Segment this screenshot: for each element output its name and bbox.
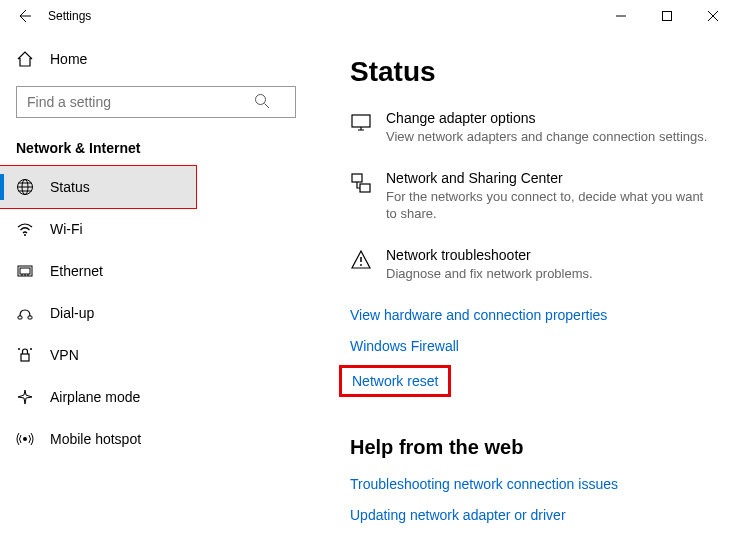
airplane-icon	[16, 388, 34, 406]
svg-point-16	[360, 264, 362, 266]
option-change-adapter[interactable]: Change adapter options View network adap…	[350, 110, 712, 146]
sidebar-item-hotspot[interactable]: Mobile hotspot	[0, 418, 310, 460]
home-label: Home	[50, 51, 87, 67]
sidebar-item-label: Wi-Fi	[50, 221, 83, 237]
link-network-reset[interactable]: Network reset	[342, 368, 448, 394]
svg-point-11	[30, 348, 32, 350]
sidebar-item-ethernet[interactable]: Ethernet	[0, 250, 310, 292]
maximize-button[interactable]	[644, 0, 690, 32]
close-button[interactable]	[690, 0, 736, 32]
svg-point-4	[24, 234, 26, 236]
monitor-icon	[350, 110, 372, 146]
search-icon	[254, 93, 270, 109]
option-desc: Diagnose and fix network problems.	[386, 265, 593, 283]
sidebar-item-label: Status	[50, 179, 90, 195]
minimize-button[interactable]	[598, 0, 644, 32]
sidebar-item-label: Ethernet	[50, 263, 103, 279]
svg-rect-7	[18, 316, 22, 319]
sidebar-item-label: Airplane mode	[50, 389, 140, 405]
sidebar-item-label: Mobile hotspot	[50, 431, 141, 447]
link-hardware-properties[interactable]: View hardware and connection properties	[350, 307, 607, 323]
category-label: Network & Internet	[0, 126, 310, 166]
sidebar-item-label: VPN	[50, 347, 79, 363]
page-title: Status	[350, 56, 712, 88]
vpn-icon	[16, 346, 34, 364]
sidebar: Home Network & Internet Status	[0, 32, 310, 559]
warning-icon	[350, 247, 372, 283]
home-icon	[16, 50, 34, 68]
help-link-troubleshooting[interactable]: Troubleshooting network connection issue…	[350, 476, 618, 492]
svg-rect-8	[28, 316, 32, 319]
svg-rect-9	[21, 354, 29, 361]
svg-rect-15	[360, 184, 370, 192]
option-title: Change adapter options	[386, 110, 707, 126]
hotspot-icon	[16, 430, 34, 448]
help-title: Help from the web	[350, 436, 712, 459]
sidebar-item-vpn[interactable]: VPN	[0, 334, 310, 376]
option-desc: View network adapters and change connect…	[386, 128, 707, 146]
svg-rect-13	[352, 115, 370, 127]
back-button[interactable]	[16, 8, 32, 24]
option-troubleshooter[interactable]: Network troubleshooter Diagnose and fix …	[350, 247, 712, 283]
sidebar-item-dialup[interactable]: Dial-up	[0, 292, 310, 334]
wifi-icon	[16, 220, 34, 238]
svg-rect-6	[20, 268, 30, 274]
home-nav[interactable]: Home	[0, 40, 310, 78]
content-pane: Status Change adapter options View netwo…	[310, 32, 736, 559]
svg-rect-14	[352, 174, 362, 182]
option-desc: For the networks you connect to, decide …	[386, 188, 712, 223]
option-title: Network and Sharing Center	[386, 170, 712, 186]
window-title: Settings	[48, 9, 91, 23]
svg-rect-0	[663, 12, 672, 21]
sidebar-item-airplane[interactable]: Airplane mode	[0, 376, 310, 418]
sidebar-item-wifi[interactable]: Wi-Fi	[0, 208, 310, 250]
svg-point-1	[256, 95, 266, 105]
link-windows-firewall[interactable]: Windows Firewall	[350, 338, 459, 354]
option-title: Network troubleshooter	[386, 247, 593, 263]
network-icon	[350, 170, 372, 223]
dialup-icon	[16, 304, 34, 322]
sidebar-item-label: Dial-up	[50, 305, 94, 321]
sidebar-item-status[interactable]: Status	[0, 166, 196, 208]
option-sharing-center[interactable]: Network and Sharing Center For the netwo…	[350, 170, 712, 223]
globe-icon	[16, 178, 34, 196]
help-link-updating-adapter[interactable]: Updating network adapter or driver	[350, 507, 566, 523]
svg-point-12	[23, 437, 27, 441]
ethernet-icon	[16, 262, 34, 280]
svg-point-10	[18, 348, 20, 350]
